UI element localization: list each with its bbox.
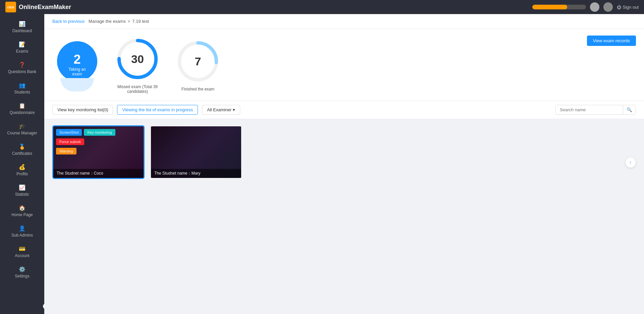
- back-to-previous-link[interactable]: Back to previous: [52, 19, 85, 24]
- search-button[interactable]: 🔍: [623, 105, 636, 114]
- stat-finished-center: 7: [195, 55, 201, 68]
- progress-bar-fill: [532, 5, 567, 9]
- sign-out-icon: ⏻: [617, 5, 621, 10]
- sub-admins-icon: 👤: [19, 225, 25, 232]
- sidebar-item-label: Dashboard: [12, 28, 32, 33]
- exams-icon: 📝: [19, 41, 25, 48]
- app-body: 📊 Dashboard 📝 Exams ❓ Questions Bank 👥 S…: [0, 14, 644, 314]
- sidebar-item-label: Settings: [15, 274, 29, 278]
- settings-icon: ⚙️: [19, 266, 25, 272]
- stat-missed-label: Missed exam (Total 39 candidates): [114, 84, 161, 94]
- sidebar-item-label: Exams: [16, 49, 29, 54]
- profits-icon: 💰: [19, 164, 25, 170]
- warning-row: Warning: [56, 148, 76, 154]
- sidebar-item-label: Profits: [16, 172, 28, 176]
- student-name-coco: The Studnet name：Coco: [53, 169, 144, 178]
- student-card-coco: ScreenShot Key monitoring Force submit W…: [52, 125, 145, 179]
- sidebar-item-label: Questionnaire: [10, 110, 35, 115]
- all-examiner-dropdown-button[interactable]: All Examiner ▾: [202, 105, 240, 115]
- warning-button[interactable]: Warning: [56, 148, 76, 154]
- force-submit-button[interactable]: Force submit: [56, 138, 84, 145]
- sidebar-item-settings[interactable]: ⚙️ Settings: [0, 262, 44, 282]
- brand: OEM OnlineExamMaker: [5, 2, 71, 12]
- main-content: Back to previous Manage the exams > 7.19…: [44, 14, 644, 314]
- sidebar-item-students[interactable]: 👥 Students: [0, 78, 44, 99]
- sidebar-item-exams[interactable]: 📝 Exams: [0, 37, 44, 58]
- student-card-mary: The Studnet name：Mary: [150, 125, 242, 179]
- sidebar-item-label: Questions Bank: [8, 69, 37, 74]
- sidebar: 📊 Dashboard 📝 Exams ❓ Questions Bank 👥 S…: [0, 14, 44, 314]
- stat-taking-center: 2 Taking an exam: [65, 53, 89, 76]
- avatar-1: [590, 2, 599, 12]
- sidebar-item-certificates[interactable]: 🏅 Certificates: [0, 139, 44, 160]
- sidebar-item-label: Statistic: [15, 192, 29, 197]
- sidebar-item-dashboard[interactable]: 📊 Dashboard: [0, 17, 44, 37]
- students-icon: 👥: [19, 82, 25, 88]
- sidebar-item-label: Account: [15, 253, 29, 258]
- card-top-buttons: ScreenShot Key monitoring: [56, 129, 115, 136]
- brand-name: OnlineExamMaker: [19, 4, 71, 11]
- search-icon: 🔍: [627, 107, 632, 112]
- topnav-right: ⏻ Sign out: [532, 2, 639, 12]
- sidebar-item-questions-bank[interactable]: ❓ Questions Bank: [0, 58, 44, 78]
- questionnaire-icon: 📋: [19, 103, 25, 109]
- breadcrumb-sep2: >: [128, 19, 130, 24]
- stat-finished-wrapper: 7: [174, 38, 221, 85]
- course-manager-icon: 🎓: [19, 123, 25, 129]
- key-monitoring-button[interactable]: Key monitoring: [84, 129, 115, 136]
- stat-finished-exam: 7 Finished the exam: [174, 38, 221, 91]
- sidebar-item-sub-admins[interactable]: 👤 Sub Admins: [0, 221, 44, 242]
- stat-missed-center: 30: [131, 53, 144, 66]
- sign-out-label: Sign out: [623, 5, 639, 10]
- scroll-to-top-button[interactable]: ↑: [625, 157, 636, 168]
- sidebar-collapse-button[interactable]: ‹: [43, 303, 44, 309]
- account-icon: 💳: [19, 246, 25, 252]
- sidebar-item-statistic[interactable]: 📈 Statistic: [0, 180, 44, 201]
- student-name-label: The Studnet name：Mary: [154, 171, 200, 176]
- top-navigation: OEM OnlineExamMaker ⏻ Sign out: [0, 0, 644, 14]
- statistic-icon: 📈: [19, 184, 25, 191]
- chevron-down-icon: ▾: [233, 107, 235, 112]
- progress-bar-wrapper: [532, 5, 586, 9]
- stat-taking-label: Taking an exam: [65, 67, 89, 76]
- certificates-icon: 🏅: [19, 143, 25, 150]
- sidebar-item-label: Home Page: [11, 212, 33, 217]
- sidebar-item-questionnaire[interactable]: 📋 Questionnaire: [0, 99, 44, 119]
- screenshot-button[interactable]: ScreenShot: [56, 129, 82, 136]
- search-bar: 🔍: [555, 105, 636, 115]
- view-exam-records-button[interactable]: View exam records: [587, 36, 636, 46]
- svg-text:OEM: OEM: [7, 6, 14, 9]
- viewing-list-exams-button[interactable]: Viewing the list of exams in progress: [117, 105, 198, 115]
- card-action-row: Force submit: [56, 138, 84, 145]
- sidebar-item-label: Sub Admins: [11, 233, 33, 238]
- stat-finished-label: Finished the exam: [181, 87, 214, 91]
- student-name-mary: The Studnet name：Mary: [151, 169, 241, 178]
- home-page-icon: 🏠: [19, 205, 25, 211]
- sidebar-item-home-page[interactable]: 🏠 Home Page: [0, 201, 44, 221]
- stat-missed-wrapper: 30: [114, 36, 161, 82]
- sidebar-item-label: Students: [14, 90, 30, 95]
- avatar-2: [603, 2, 613, 12]
- stat-taking-exam: 2 Taking an exam: [54, 38, 101, 91]
- sidebar-item-account[interactable]: 💳 Account: [0, 242, 44, 262]
- search-input[interactable]: [556, 105, 623, 114]
- breadcrumb: Back to previous Manage the exams > 7.19…: [44, 14, 644, 29]
- stat-missed-exam: 30 Missed exam (Total 39 candidates): [114, 36, 161, 94]
- sidebar-item-label: Certificates: [12, 151, 32, 156]
- stat-taking-value: 2: [65, 53, 89, 66]
- action-bar: View key monitoring list(0) Viewing the …: [44, 101, 644, 119]
- sidebar-item-course-manager[interactable]: 🎓 Course Manager: [0, 119, 44, 139]
- manage-exams-label: Manage the exams: [89, 19, 126, 24]
- students-grid: ScreenShot Key monitoring Force submit W…: [44, 119, 644, 186]
- stats-row: 2 Taking an exam 30: [54, 36, 635, 94]
- sign-out-button[interactable]: ⏻ Sign out: [617, 5, 639, 10]
- current-exam-label: 7.19 test: [132, 19, 149, 24]
- sidebar-item-profits[interactable]: 💰 Profits: [0, 160, 44, 180]
- stat-missed-value: 30: [131, 53, 144, 66]
- dashboard-icon: 📊: [19, 21, 25, 27]
- stat-finished-value: 7: [195, 55, 201, 68]
- student-name-label: The Studnet name：Coco: [57, 171, 103, 176]
- stats-section: View exam records 2 Taking an exam: [44, 29, 644, 101]
- stat-droplet-base: [60, 78, 94, 91]
- view-key-monitoring-button[interactable]: View key monitoring list(0): [52, 105, 113, 115]
